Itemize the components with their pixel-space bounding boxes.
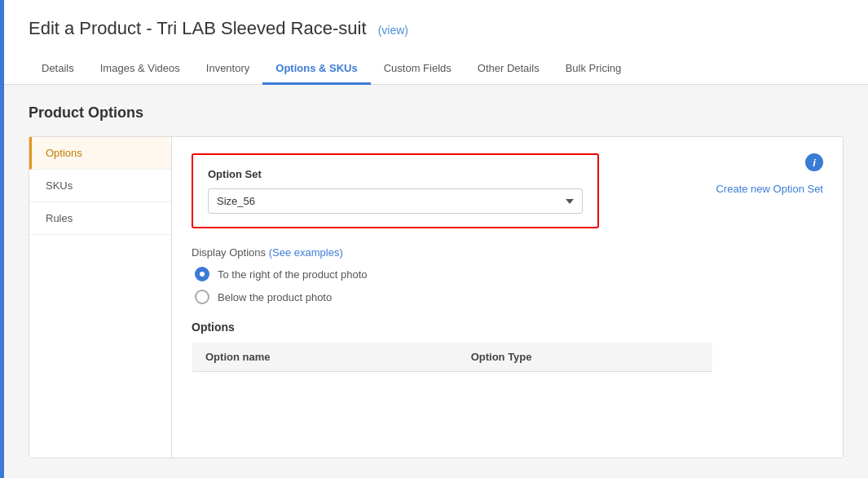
options-section: Options Option name Option Type (192, 321, 823, 386)
info-icon[interactable]: i (805, 153, 823, 171)
see-examples-link[interactable]: (See examples) (269, 246, 343, 259)
option-set-row: Size_56 Size_57 Size_58 (208, 188, 583, 214)
radio-circle-right (195, 267, 209, 281)
display-options-section: Display Options (See examples) To the ri… (192, 246, 823, 304)
sidebar-item-rules[interactable]: Rules (29, 202, 171, 235)
tab-options-skus[interactable]: Options & SKUs (262, 54, 370, 85)
create-new-option-set-link[interactable]: Create new Option Set (716, 183, 823, 195)
product-options-area: Options SKUs Rules i Option Set (29, 136, 844, 458)
options-section-title: Options (192, 321, 823, 334)
option-set-select[interactable]: Size_56 Size_57 Size_58 (208, 188, 583, 214)
radio-circle-below (195, 290, 209, 304)
section-title: Product Options (29, 104, 844, 122)
cell-option-name (192, 372, 458, 386)
page-title: Edit a Product - Tri LAB Sleeved Race-su… (29, 18, 844, 39)
tab-bulk-pricing[interactable]: Bulk Pricing (553, 54, 635, 85)
tab-custom-fields[interactable]: Custom Fields (371, 54, 465, 85)
tab-details[interactable]: Details (29, 54, 87, 85)
col-option-name: Option name (192, 343, 458, 372)
sidebar-item-skus[interactable]: SKUs (29, 170, 171, 202)
options-content: i Option Set Size_56 Size_57 Size_58 (172, 137, 843, 458)
radio-below[interactable]: Below the product photo (195, 290, 823, 304)
tab-other-details[interactable]: Other Details (465, 54, 553, 85)
radio-group: To the right of the product photo Below … (195, 267, 823, 304)
tabs-bar: Details Images & Videos Inventory Option… (4, 54, 868, 85)
radio-right[interactable]: To the right of the product photo (195, 267, 823, 281)
col-option-type: Option Type (458, 343, 713, 372)
table-row (192, 372, 713, 386)
view-link[interactable]: (view) (378, 24, 408, 37)
tab-images-videos[interactable]: Images & Videos (87, 54, 193, 85)
options-table: Option name Option Type (192, 342, 713, 386)
cell-option-type (458, 372, 713, 386)
page-wrapper: Edit a Product - Tri LAB Sleeved Race-su… (0, 0, 868, 478)
options-sidebar: Options SKUs Rules (29, 137, 172, 458)
display-options-label: Display Options (See examples) (192, 246, 823, 259)
option-set-label: Option Set (208, 168, 583, 180)
table-header-row: Option name Option Type (192, 343, 713, 372)
tab-inventory[interactable]: Inventory (193, 54, 262, 85)
sidebar-item-options[interactable]: Options (29, 137, 171, 170)
option-set-box: Option Set Size_56 Size_57 Size_58 (192, 153, 599, 228)
page-header: Edit a Product - Tri LAB Sleeved Race-su… (4, 0, 868, 54)
main-content: Product Options Options SKUs Rules i (4, 85, 868, 478)
